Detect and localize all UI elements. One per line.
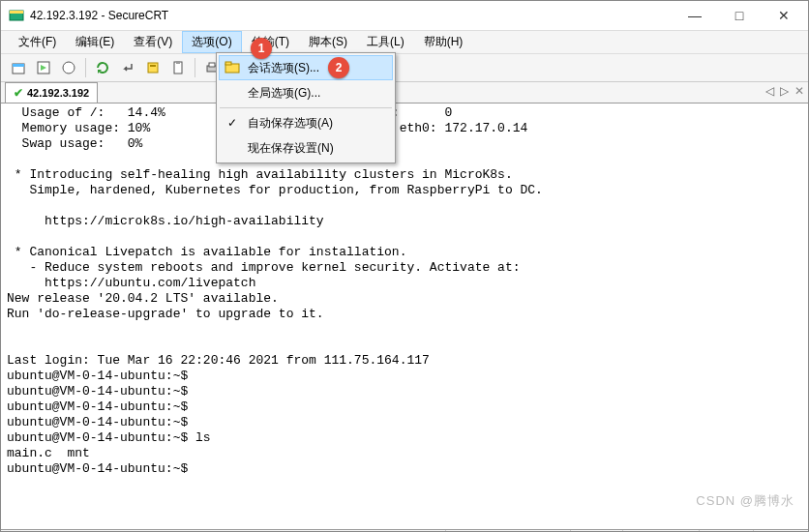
svg-rect-11 — [209, 63, 215, 67]
menu-separator — [220, 107, 392, 108]
dropdown-item-label: 自动保存选项(A) — [248, 115, 333, 132]
connected-icon: ✔ — [14, 86, 23, 100]
menu-item-3[interactable]: 选项(O) — [182, 31, 241, 53]
toolbar-separator — [85, 58, 86, 77]
svg-rect-6 — [148, 63, 158, 73]
session-tab[interactable]: ✔ 42.192.3.192 — [5, 82, 98, 103]
tab-bar: ✔ 42.192.3.192 ◁ ▷ ✕ — [1, 82, 808, 103]
toolbar: ? — [1, 53, 808, 82]
menubar: 文件(F)编辑(E)查看(V)选项(O)传输(T)脚本(S)工具(L)帮助(H) — [1, 30, 808, 53]
svg-point-5 — [63, 62, 75, 74]
dropdown-item-0[interactable]: 会话选项(S)... — [219, 55, 393, 80]
dropdown-item-label: 现在保存设置(N) — [248, 140, 334, 157]
tab-scroll-left-icon[interactable]: ◁ — [765, 84, 774, 98]
dropdown-item-label: 全局选项(G)... — [248, 85, 320, 102]
menu-item-2[interactable]: 查看(V) — [124, 31, 182, 53]
connect-icon[interactable] — [57, 56, 80, 79]
enter-icon[interactable] — [116, 56, 139, 79]
quick-connect-icon[interactable] — [32, 56, 55, 79]
terminal-output[interactable]: Usage of /: 14.4% logged in: 0 Memory us… — [1, 103, 808, 529]
app-icon — [9, 8, 24, 23]
paste-icon[interactable] — [166, 56, 190, 79]
menu-item-0[interactable]: 文件(F) — [9, 31, 66, 53]
toolbar-separator — [195, 58, 195, 77]
menu-item-5[interactable]: 脚本(S) — [299, 31, 357, 53]
menu-item-1[interactable]: 编辑(E) — [66, 31, 124, 53]
dropdown-item-3[interactable]: ✓自动保存选项(A) — [219, 110, 393, 135]
dropdown-item-1[interactable]: 全局选项(G)... — [219, 80, 393, 105]
tab-scroll-controls: ◁ ▷ ✕ — [765, 84, 804, 98]
svg-rect-1 — [10, 11, 23, 14]
svg-rect-21 — [225, 62, 231, 65]
dropdown-item-label: 会话选项(S)... — [248, 60, 319, 76]
blank-icon — [223, 138, 242, 158]
blank-icon — [223, 83, 242, 103]
window-title: 42.192.3.192 - SecureCRT — [30, 9, 673, 22]
close-button[interactable]: ✕ — [762, 1, 806, 30]
watermark: CSDN @腾博水 — [696, 492, 794, 510]
settings-icon[interactable] — [141, 56, 165, 79]
reconnect-icon[interactable] — [91, 56, 114, 79]
options-dropdown-menu: 会话选项(S)...全局选项(G)...✓自动保存选项(A)现在保存设置(N) — [216, 52, 396, 163]
maximize-button[interactable]: □ — [717, 1, 762, 30]
tab-scroll-right-icon[interactable]: ▷ — [780, 84, 789, 98]
svg-rect-7 — [150, 65, 156, 67]
folder-icon — [223, 58, 242, 77]
window-controls: — □ ✕ — [673, 1, 806, 30]
check-icon: ✓ — [223, 113, 242, 133]
svg-rect-3 — [13, 64, 24, 67]
tab-label: 42.192.3.192 — [27, 87, 89, 99]
titlebar: 42.192.3.192 - SecureCRT — □ ✕ — [1, 1, 808, 30]
annotation-marker-1: 1 — [251, 38, 272, 59]
svg-rect-9 — [176, 61, 180, 64]
dropdown-item-4[interactable]: 现在保存设置(N) — [219, 135, 393, 161]
minimize-button[interactable]: — — [673, 1, 717, 30]
menu-item-6[interactable]: 工具(L) — [357, 31, 414, 53]
menu-item-7[interactable]: 帮助(H) — [414, 31, 473, 53]
new-session-icon[interactable] — [7, 56, 30, 79]
annotation-marker-2: 2 — [328, 57, 349, 78]
tab-close-icon[interactable]: ✕ — [794, 84, 804, 98]
